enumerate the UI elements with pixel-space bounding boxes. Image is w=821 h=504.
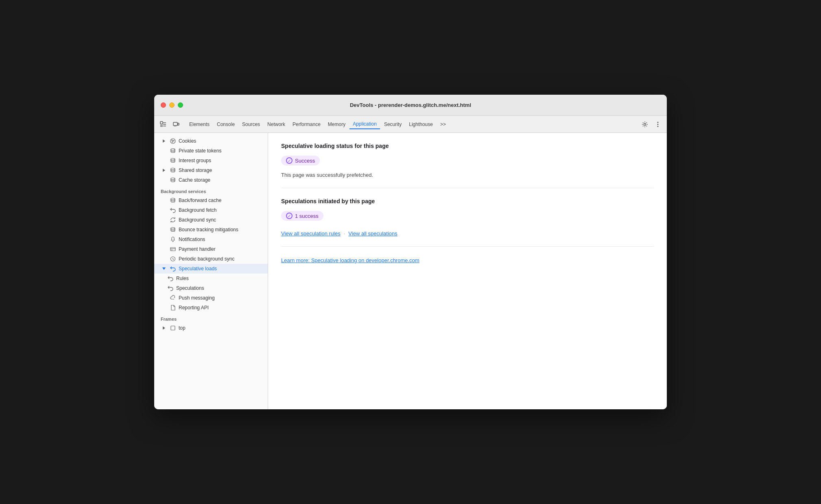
triangle-right-icon-3 <box>161 325 167 331</box>
triangle-down-icon <box>161 265 167 272</box>
sidebar-item-interest[interactable]: Interest groups <box>154 156 268 165</box>
view-speculations-link[interactable]: View all speculations <box>348 230 397 237</box>
sidebar-item-speculative-loads[interactable]: Speculative loads <box>154 264 268 274</box>
titlebar: DevTools - prerender-demos.glitch.me/nex… <box>154 95 667 116</box>
sidebar-item-push[interactable]: Push messaging <box>154 293 268 303</box>
success-count-badge: ✓ 1 success <box>281 211 323 221</box>
sidebar-label-bounce: Bounce tracking mitigations <box>179 227 238 232</box>
inspect-icon[interactable] <box>157 119 169 130</box>
tab-performance[interactable]: Performance <box>289 120 324 129</box>
triangle-right-icon-2 <box>161 167 167 174</box>
svg-rect-0 <box>160 122 163 124</box>
success-badge-label: Success <box>295 158 315 164</box>
devtools-window: DevTools - prerender-demos.glitch.me/nex… <box>154 95 667 409</box>
sidebar-item-cookies[interactable]: Cookies <box>154 136 268 146</box>
sidebar-item-shared-storage[interactable]: Shared storage <box>154 165 268 175</box>
view-rules-link[interactable]: View all speculation rules <box>281 230 341 237</box>
db-icon-bfcache <box>170 197 176 204</box>
cookie-icon <box>170 138 176 144</box>
svg-point-8 <box>172 140 172 141</box>
section1-title: Speculative loading status for this page <box>281 143 654 149</box>
success-count-label: 1 success <box>295 213 319 219</box>
tab-elements[interactable]: Elements <box>186 120 213 129</box>
more-options-icon[interactable] <box>652 119 664 130</box>
db-icon-interest <box>170 157 176 164</box>
triangle-right-icon <box>161 138 167 144</box>
svg-point-7 <box>170 139 175 143</box>
sidebar-label-periodic-sync: Periodic background sync <box>179 256 234 262</box>
sidebar-label-payment: Payment handler <box>179 246 216 252</box>
sidebar-label-notifications: Notifications <box>179 237 205 242</box>
more-tabs-button[interactable]: >> <box>437 120 449 129</box>
db-icon-private <box>170 148 176 154</box>
sidebar-item-bounce[interactable]: Bounce tracking mitigations <box>154 225 268 235</box>
arrows-icon-rules <box>167 275 174 282</box>
svg-point-15 <box>171 198 175 200</box>
sidebar-item-bg-sync[interactable]: Background sync <box>154 215 268 225</box>
link-row: View all speculation rules · View all sp… <box>281 230 654 237</box>
sidebar-item-payment[interactable]: Payment handler <box>154 244 268 254</box>
tab-console[interactable]: Console <box>214 120 238 129</box>
sidebar-item-reporting[interactable]: Reporting API <box>154 303 268 313</box>
sidebar-item-notifications[interactable]: Notifications <box>154 235 268 244</box>
sidebar-item-top[interactable]: top <box>154 323 268 333</box>
section1-description: This page was successfully prefetched. <box>281 172 654 178</box>
sidebar-label-speculative: Speculative loads <box>179 266 217 272</box>
content-panel: Speculative loading status for this page… <box>268 133 667 409</box>
svg-point-4 <box>657 122 659 123</box>
sync-icon <box>170 217 176 223</box>
sidebar-label-bg-sync: Background sync <box>179 217 216 223</box>
main-content: Cookies Private state tokens <box>154 133 667 409</box>
svg-point-11 <box>171 149 175 150</box>
close-button[interactable] <box>161 102 166 108</box>
minimize-button[interactable] <box>169 102 175 108</box>
arrows-icon-speculations <box>167 285 174 291</box>
svg-point-5 <box>657 124 659 125</box>
toolbar-left-icons <box>157 119 182 130</box>
check-icon: ✓ <box>286 157 293 164</box>
tab-security[interactable]: Security <box>381 120 405 129</box>
db-icon-bounce <box>170 226 176 233</box>
sidebar-label-private-state: Private state tokens <box>179 148 221 154</box>
divider1 <box>281 188 654 188</box>
sidebar-item-bg-fetch[interactable]: Background fetch <box>154 205 268 215</box>
svg-rect-2 <box>178 123 179 125</box>
svg-rect-1 <box>173 122 177 126</box>
separator: · <box>344 230 345 237</box>
svg-point-10 <box>172 141 173 142</box>
sidebar-label-cache: Cache storage <box>179 177 210 183</box>
sidebar-label-speculations-child: Speculations <box>176 285 204 291</box>
sidebar-label-push: Push messaging <box>179 295 215 301</box>
bg-services-label: Background services <box>154 185 268 196</box>
settings-icon[interactable] <box>639 119 651 130</box>
sidebar-item-cache[interactable]: Cache storage <box>154 175 268 185</box>
sidebar-label-interest: Interest groups <box>179 158 211 163</box>
svg-point-9 <box>173 140 174 141</box>
sidebar-label-top: top <box>179 325 186 331</box>
sidebar-label-reporting: Reporting API <box>179 305 209 311</box>
toolbar: Elements Console Sources Network Perform… <box>154 116 667 133</box>
sidebar-item-private-state[interactable]: Private state tokens <box>154 146 268 156</box>
sidebar-item-bfcache[interactable]: Back/forward cache <box>154 196 268 205</box>
sidebar-item-speculations[interactable]: Speculations <box>154 283 268 293</box>
learn-more-link[interactable]: Learn more: Speculative loading on devel… <box>281 257 419 263</box>
tab-lighthouse[interactable]: Lighthouse <box>406 120 436 129</box>
device-icon[interactable] <box>170 119 182 130</box>
sidebar-label-cookies: Cookies <box>179 138 196 144</box>
svg-point-16 <box>171 228 175 229</box>
arrows-icon-fetch <box>170 207 176 213</box>
svg-point-12 <box>171 159 175 160</box>
maximize-button[interactable] <box>178 102 183 108</box>
sidebar-item-periodic-sync[interactable]: Periodic background sync <box>154 254 268 264</box>
success-badge: ✓ Success <box>281 156 320 165</box>
db-icon-shared <box>170 167 176 174</box>
sidebar-item-rules[interactable]: Rules <box>154 274 268 283</box>
tab-memory[interactable]: Memory <box>325 120 349 129</box>
tab-network[interactable]: Network <box>264 120 288 129</box>
sidebar-label-bg-fetch: Background fetch <box>179 207 216 213</box>
tab-sources[interactable]: Sources <box>239 120 263 129</box>
window-title: DevTools - prerender-demos.glitch.me/nex… <box>350 102 471 108</box>
tab-application[interactable]: Application <box>349 119 380 129</box>
divider2 <box>281 246 654 247</box>
bell-icon <box>170 236 176 243</box>
